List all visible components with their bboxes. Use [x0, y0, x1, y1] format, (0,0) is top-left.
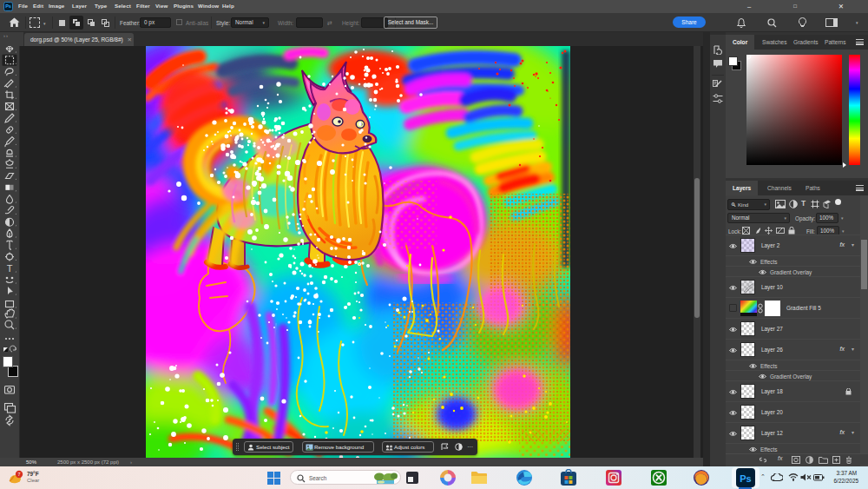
svg-text:T: T [7, 263, 13, 274]
svg-text:7: 7 [17, 472, 20, 477]
svg-text:Ps: Ps [740, 473, 751, 484]
